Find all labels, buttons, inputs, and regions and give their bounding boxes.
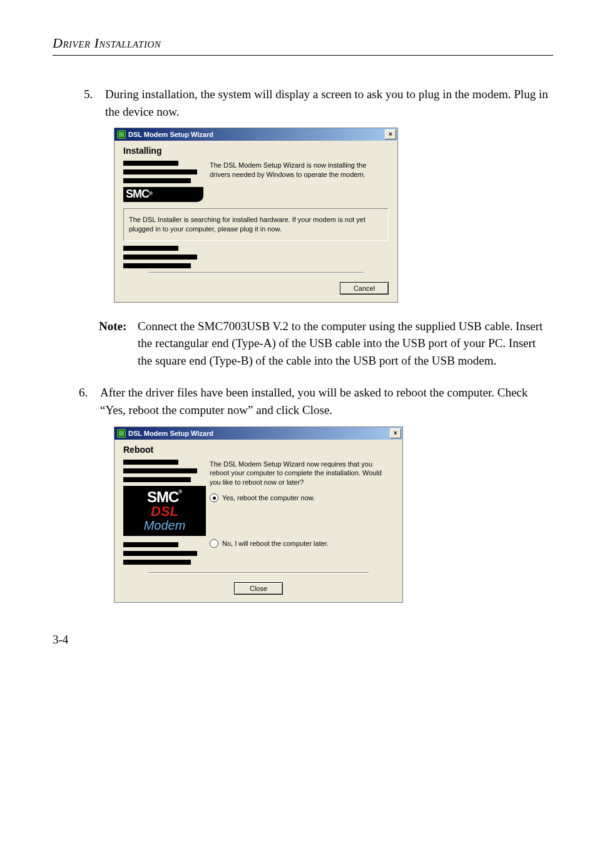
dialog-body-text: The DSL Modem Setup Wizard is now instal…: [210, 161, 389, 202]
dialog-reboot: DSL Modem Setup Wizard × Reboot SMC® DSL…: [114, 426, 403, 603]
brand-logo-partial: SMC®: [123, 187, 203, 202]
note-label: Note:: [99, 318, 138, 370]
radio-yes-label: Yes, reboot the computer now.: [222, 493, 315, 503]
section-rule: [53, 55, 553, 56]
brand-smc: SMC: [147, 488, 178, 505]
step-6: 6. After the driver files have been inst…: [79, 384, 553, 418]
note: Note: Connect the SMC7003USB V.2 to the …: [99, 318, 553, 370]
app-icon: [117, 130, 126, 139]
close-icon[interactable]: ×: [390, 428, 401, 438]
svg-rect-1: [119, 132, 124, 137]
dialog-heading: Installing: [123, 144, 389, 161]
titlebar-text: DSL Modem Setup Wizard: [128, 430, 390, 437]
dialog-separator: [148, 272, 364, 273]
radio-icon-selected[interactable]: [210, 493, 218, 502]
brand-reg: ®: [178, 489, 182, 495]
cancel-button[interactable]: Cancel: [340, 282, 389, 295]
brand-bars-top: [123, 460, 203, 482]
brand-logo: SMC® DSL Modem: [123, 486, 206, 536]
radio-no-label: No, I will reboot the computer later.: [222, 539, 329, 548]
dialog-installing: DSL Modem Setup Wizard × Installing SMC®…: [114, 128, 398, 303]
svg-rect-3: [119, 431, 124, 436]
titlebar: DSL Modem Setup Wizard ×: [115, 427, 402, 440]
radio-icon[interactable]: [210, 539, 218, 548]
brand-bars-bottom: [123, 542, 203, 565]
note-text: Connect the SMC7003USB V.2 to the comput…: [138, 318, 553, 370]
app-icon: [117, 429, 126, 438]
step-5: 5. During installation, the system will …: [84, 86, 553, 120]
close-icon[interactable]: ×: [385, 129, 396, 139]
step-text: After the driver files have been install…: [100, 384, 553, 418]
step-text: During installation, the system will dis…: [105, 86, 553, 120]
section-title: Driver Installation: [53, 35, 553, 51]
radio-no[interactable]: No, I will reboot the computer later.: [210, 539, 394, 548]
titlebar-text: DSL Modem Setup Wizard: [128, 131, 385, 138]
titlebar: DSL Modem Setup Wizard ×: [115, 128, 397, 141]
radio-yes[interactable]: Yes, reboot the computer now.: [210, 493, 394, 503]
brand-dsl: DSL: [127, 505, 202, 518]
step-number: 5.: [84, 86, 105, 120]
step-number: 6.: [79, 384, 100, 418]
dialog-heading: Reboot: [123, 443, 394, 460]
dialog-body-text: The DSL Modem Setup Wizard now requires …: [210, 460, 394, 488]
brand-modem: Modem: [127, 518, 202, 532]
page-number: 3-4: [53, 633, 553, 647]
brand-bars-top: [123, 161, 203, 183]
brand-bars-bottom: [123, 246, 389, 268]
dialog-separator: [148, 572, 369, 573]
close-button[interactable]: Close: [234, 582, 283, 595]
status-box: The DSL Installer is searching for insta…: [123, 208, 389, 241]
